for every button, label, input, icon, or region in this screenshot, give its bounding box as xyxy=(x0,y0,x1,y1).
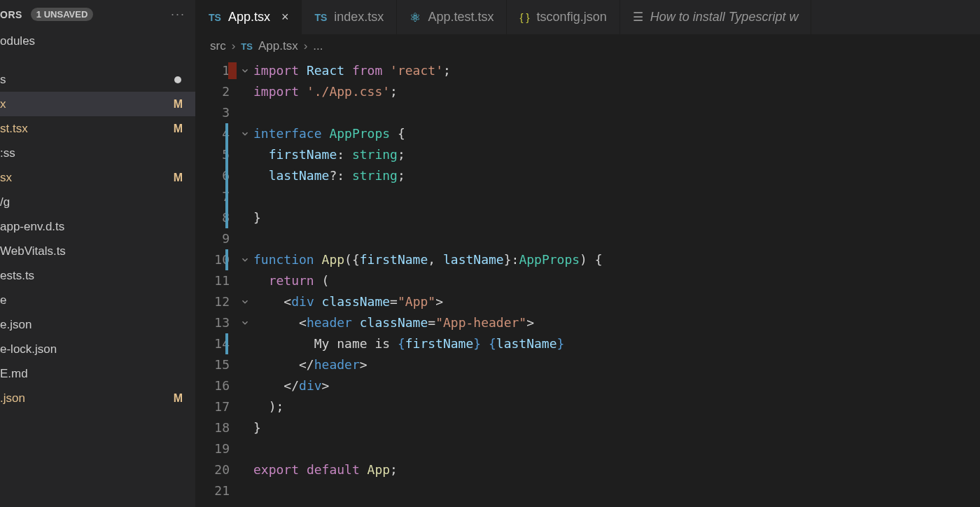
file-item[interactable]: e xyxy=(0,288,195,312)
modified-badge: M xyxy=(174,392,183,405)
code-line[interactable] xyxy=(253,438,980,459)
line-number: 9 xyxy=(196,228,230,249)
code-line[interactable] xyxy=(253,480,980,501)
fold-toggle-icon[interactable] xyxy=(237,249,253,270)
breadcrumb-file[interactable]: App.tsx xyxy=(258,39,298,53)
line-number: 20 xyxy=(196,459,230,480)
tab[interactable]: { }tsconfig.json xyxy=(507,0,620,34)
code-line[interactable]: <header className="App-header"> xyxy=(253,312,980,333)
react-icon: ⚛ xyxy=(410,10,421,25)
file-item[interactable]: e.json xyxy=(0,312,195,337)
line-number: 17 xyxy=(196,396,230,417)
tab-label: App.test.tsx xyxy=(428,10,493,25)
line-number: 8 xyxy=(196,207,230,228)
json-icon: { } xyxy=(519,11,529,23)
file-item[interactable]: e-lock.json xyxy=(0,337,195,361)
git-diff-marker xyxy=(225,249,228,270)
code-line[interactable] xyxy=(253,102,980,123)
file-item[interactable]: :ss xyxy=(0,141,195,165)
code-line[interactable]: } xyxy=(253,417,980,438)
chevron-right-icon: › xyxy=(232,39,236,53)
dirty-indicator-icon xyxy=(174,76,181,83)
preview-icon: ☰ xyxy=(633,10,643,25)
error-marker-icon xyxy=(228,62,237,79)
tab-label: index.tsx xyxy=(334,10,384,25)
folder-node-modules[interactable]: odules xyxy=(0,29,195,53)
git-diff-marker xyxy=(225,123,228,144)
line-number: 19 xyxy=(196,438,230,459)
file-list: sxMst.tsxM:sssxM/gapp-env.d.tsWebVitals.… xyxy=(0,67,195,507)
line-number: 16 xyxy=(196,375,230,396)
sidebar-header: ORS 1 UNSAVED ··· xyxy=(0,0,195,29)
close-icon[interactable]: × xyxy=(281,10,289,25)
line-number: 2 xyxy=(196,81,230,102)
line-number: 12 xyxy=(196,291,230,312)
line-gutter: 123456789101112131415161718192021 xyxy=(196,60,237,507)
tab-label: tsconfig.json xyxy=(537,10,607,25)
line-number: 13 xyxy=(196,312,230,333)
git-diff-marker xyxy=(225,333,228,354)
fold-toggle-icon[interactable] xyxy=(237,291,253,312)
tab[interactable]: ⚛App.test.tsx xyxy=(397,0,507,34)
fold-toggle-icon[interactable] xyxy=(237,60,253,81)
tab[interactable]: ☰How to install Typescript w xyxy=(620,0,812,34)
fold-column xyxy=(237,60,253,507)
line-number: 21 xyxy=(196,480,230,501)
file-item[interactable]: .jsonM xyxy=(0,386,195,410)
breadcrumb[interactable]: src › TS App.tsx › ... xyxy=(196,35,980,57)
breadcrumb-src[interactable]: src xyxy=(210,39,226,53)
tab-label: App.tsx xyxy=(228,10,270,25)
chevron-right-icon: › xyxy=(304,39,308,53)
code-line[interactable]: } xyxy=(253,207,980,228)
ts-icon: TS xyxy=(209,12,221,23)
line-number: 1 xyxy=(196,60,230,81)
code-line[interactable] xyxy=(253,186,980,207)
sidebar: ORS 1 UNSAVED ··· odules sxMst.tsxM:sssx… xyxy=(0,0,196,507)
code-line[interactable]: firstName: string; xyxy=(253,144,980,165)
line-number: 10 xyxy=(196,249,230,270)
file-item[interactable]: WebVitals.ts xyxy=(0,239,195,263)
file-item[interactable]: app-env.d.ts xyxy=(0,214,195,239)
code-line[interactable]: function App({firstName, lastName}:AppPr… xyxy=(253,249,980,270)
ts-icon: TS xyxy=(241,41,253,52)
code-line[interactable]: <div className="App"> xyxy=(253,291,980,312)
fold-toggle-icon[interactable] xyxy=(237,312,253,333)
code-area[interactable]: import React from 'react';import './App.… xyxy=(253,60,980,507)
code-line[interactable]: lastName?: string; xyxy=(253,165,980,186)
file-item[interactable]: ests.ts xyxy=(0,263,195,288)
code-line[interactable]: return ( xyxy=(253,270,980,291)
line-number: 6 xyxy=(196,165,230,186)
file-item[interactable]: s xyxy=(0,67,195,92)
line-number: 15 xyxy=(196,354,230,375)
code-line[interactable]: </header> xyxy=(253,354,980,375)
modified-badge: M xyxy=(174,98,183,111)
tab[interactable]: TSApp.tsx× xyxy=(196,0,302,34)
code-line[interactable]: interface AppProps { xyxy=(253,123,980,144)
line-number: 7 xyxy=(196,186,230,207)
more-icon[interactable]: ··· xyxy=(171,7,186,22)
code-line[interactable]: </div> xyxy=(253,375,980,396)
breadcrumb-more[interactable]: ... xyxy=(313,39,323,53)
line-number: 5 xyxy=(196,144,230,165)
file-item[interactable]: st.tsxM xyxy=(0,116,195,141)
git-diff-marker xyxy=(225,207,228,228)
git-diff-marker xyxy=(225,144,228,165)
code-line[interactable]: My name is {firstName} {lastName} xyxy=(253,333,980,354)
file-item[interactable]: E.md xyxy=(0,361,195,386)
code-line[interactable] xyxy=(253,228,980,249)
tab[interactable]: TSindex.tsx xyxy=(302,0,397,34)
code-line[interactable]: ); xyxy=(253,396,980,417)
code-line[interactable]: import './App.css'; xyxy=(253,81,980,102)
tab-label: How to install Typescript w xyxy=(650,10,799,25)
unsaved-badge: 1 UNSAVED xyxy=(31,8,93,21)
code-line[interactable]: import React from 'react'; xyxy=(253,60,980,81)
fold-toggle-icon[interactable] xyxy=(237,123,253,144)
file-item[interactable]: xM xyxy=(0,92,195,116)
editor-main: TSApp.tsx×TSindex.tsx⚛App.test.tsx{ }tsc… xyxy=(196,0,980,507)
line-number: 14 xyxy=(196,333,230,354)
file-item[interactable]: sxM xyxy=(0,165,195,190)
code-line[interactable]: export default App; xyxy=(253,459,980,480)
code-editor[interactable]: 123456789101112131415161718192021 import… xyxy=(196,57,980,507)
modified-badge: M xyxy=(174,123,183,135)
file-item[interactable]: /g xyxy=(0,190,195,214)
